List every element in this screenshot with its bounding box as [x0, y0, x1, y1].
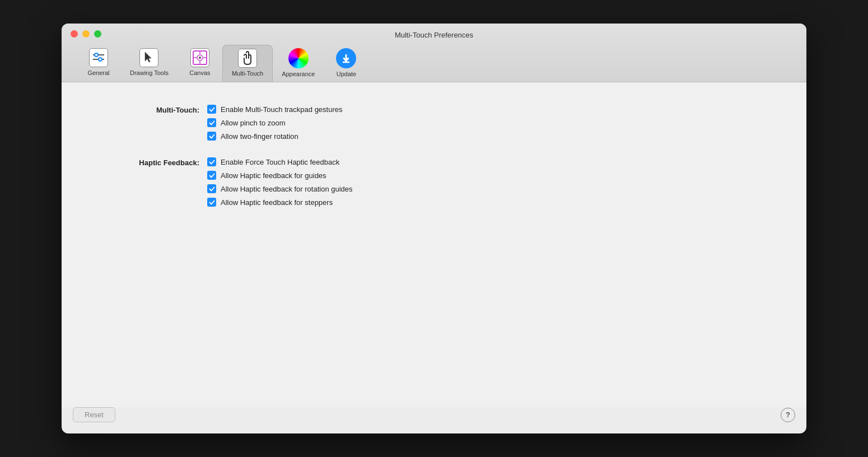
content-area: Multi-Touch: Enable Multi-Touch trackpad… — [62, 82, 806, 407]
window-title: Multi-Touch Preferences — [71, 31, 797, 39]
haptic-section-label: Haptic Feedback: — [95, 157, 207, 207]
multitouch-option-2: Allow two-finger rotation — [207, 132, 343, 141]
toolbar-item-drawing-tools[interactable]: Drawing Tools — [121, 45, 178, 82]
reset-button[interactable]: Reset — [73, 407, 115, 422]
two-finger-rotation-checkbox[interactable] — [207, 132, 216, 141]
two-finger-rotation-label: Allow two-finger rotation — [221, 132, 298, 141]
drawing-tools-label: Drawing Tools — [130, 69, 169, 76]
update-label: Update — [337, 71, 356, 77]
toolbar-item-canvas[interactable]: Canvas — [178, 45, 222, 82]
haptic-option-1: Allow Haptic feedback for guides — [207, 171, 353, 180]
appearance-icon — [288, 48, 309, 68]
pinch-zoom-label: Allow pinch to zoom — [221, 119, 286, 127]
drawing-tools-icon — [139, 48, 158, 67]
toolbar-item-multi-touch[interactable]: Multi-Touch — [222, 45, 273, 82]
toolbar-item-update[interactable]: Update — [324, 45, 368, 82]
haptic-steppers-label: Allow Haptic feedback for steppers — [221, 198, 333, 207]
multitouch-option-0: Enable Multi-Touch trackpad gestures — [207, 105, 343, 114]
svg-point-10 — [199, 57, 201, 59]
pinch-zoom-checkbox[interactable] — [207, 118, 216, 127]
general-icon — [89, 48, 108, 67]
haptic-guides-label: Allow Haptic feedback for guides — [221, 171, 326, 180]
general-label: General — [87, 69, 109, 76]
enable-haptic-label: Enable Force Touch Haptic feedback — [221, 158, 339, 166]
toolbar-item-appearance[interactable]: Appearance — [273, 45, 324, 82]
haptic-rotation-checkbox[interactable] — [207, 184, 216, 193]
update-icon — [336, 48, 356, 68]
bottom-bar: Reset ? — [62, 407, 806, 433]
enable-haptic-checkbox[interactable] — [207, 157, 216, 166]
multitouch-section: Multi-Touch: Enable Multi-Touch trackpad… — [95, 105, 773, 141]
haptic-option-0: Enable Force Touch Haptic feedback — [207, 157, 353, 166]
haptic-rotation-label: Allow Haptic feedback for rotation guide… — [221, 185, 353, 193]
close-button[interactable] — [71, 30, 78, 38]
help-button[interactable]: ? — [781, 408, 795, 422]
minimize-button[interactable] — [82, 30, 90, 38]
haptic-options: Enable Force Touch Haptic feedback Allow… — [207, 157, 353, 207]
canvas-label: Canvas — [189, 69, 210, 76]
multitouch-options: Enable Multi-Touch trackpad gestures All… — [207, 105, 343, 141]
titlebar: Multi-Touch Preferences General — [62, 24, 806, 82]
enable-multitouch-label: Enable Multi-Touch trackpad gestures — [221, 105, 343, 114]
haptic-guides-checkbox[interactable] — [207, 171, 216, 180]
preferences-window: Multi-Touch Preferences General — [62, 24, 806, 433]
multitouch-section-label: Multi-Touch: — [95, 105, 207, 141]
multi-touch-label: Multi-Touch — [232, 70, 263, 77]
toolbar-item-general[interactable]: General — [76, 45, 121, 82]
haptic-option-3: Allow Haptic feedback for steppers — [207, 198, 353, 207]
multitouch-option-1: Allow pinch to zoom — [207, 118, 343, 127]
enable-multitouch-checkbox[interactable] — [207, 105, 216, 114]
multi-touch-icon — [238, 49, 257, 68]
toolbar: General Drawing Tools — [71, 45, 797, 82]
haptic-option-2: Allow Haptic feedback for rotation guide… — [207, 184, 353, 193]
svg-point-1 — [95, 53, 98, 57]
canvas-icon — [190, 48, 209, 67]
maximize-button[interactable] — [94, 30, 101, 38]
svg-point-3 — [99, 58, 102, 61]
haptic-section: Haptic Feedback: Enable Force Touch Hapt… — [95, 157, 773, 207]
haptic-steppers-checkbox[interactable] — [207, 198, 216, 207]
appearance-label: Appearance — [282, 71, 315, 77]
